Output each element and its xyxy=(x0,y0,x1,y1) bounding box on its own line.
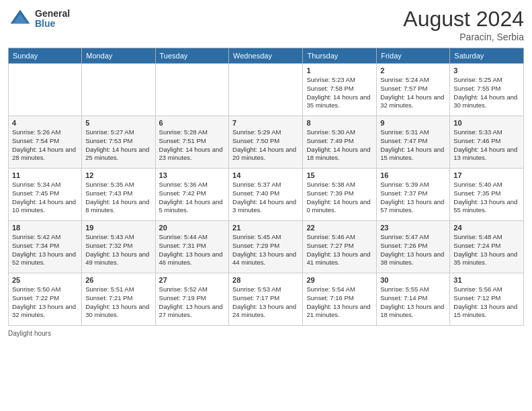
day-info: Sunrise: 5:55 AM Sunset: 7:14 PM Dayligh… xyxy=(380,285,446,320)
day-info: Sunrise: 5:45 AM Sunset: 7:29 PM Dayligh… xyxy=(232,233,299,267)
calendar-cell: 4Sunrise: 5:26 AM Sunset: 7:54 PM Daylig… xyxy=(9,116,82,169)
day-number: 26 xyxy=(85,276,151,284)
day-info: Sunrise: 5:43 AM Sunset: 7:32 PM Dayligh… xyxy=(85,233,151,267)
day-number: 3 xyxy=(453,66,520,75)
day-number: 15 xyxy=(306,171,373,179)
calendar-cell: 24Sunrise: 5:48 AM Sunset: 7:24 PM Dayli… xyxy=(450,221,524,273)
calendar-cell: 23Sunrise: 5:47 AM Sunset: 7:26 PM Dayli… xyxy=(377,221,450,273)
day-number: 25 xyxy=(12,276,78,284)
calendar-table: SundayMondayTuesdayWednesdayThursdayFrid… xyxy=(8,48,524,326)
header: General Blue August 2024 Paracin, Serbia xyxy=(8,7,524,42)
calendar-cell: 27Sunrise: 5:52 AM Sunset: 7:19 PM Dayli… xyxy=(155,273,228,326)
day-info: Sunrise: 5:42 AM Sunset: 7:34 PM Dayligh… xyxy=(12,233,78,267)
day-info: Sunrise: 5:44 AM Sunset: 7:31 PM Dayligh… xyxy=(159,233,225,267)
day-number: 7 xyxy=(232,119,299,127)
calendar-cell xyxy=(229,64,303,116)
calendar-week-row: 25Sunrise: 5:50 AM Sunset: 7:22 PM Dayli… xyxy=(9,273,524,326)
day-number: 8 xyxy=(306,119,373,127)
col-header-friday: Friday xyxy=(377,48,450,64)
col-header-wednesday: Wednesday xyxy=(229,48,303,64)
calendar-week-row: 18Sunrise: 5:42 AM Sunset: 7:34 PM Dayli… xyxy=(9,221,524,273)
day-number: 12 xyxy=(85,171,151,179)
day-number: 30 xyxy=(380,276,446,284)
col-header-saturday: Saturday xyxy=(450,48,524,64)
page-container: General Blue August 2024 Paracin, Serbia… xyxy=(0,0,532,411)
day-number: 24 xyxy=(453,224,520,232)
calendar-cell: 14Sunrise: 5:37 AM Sunset: 7:40 PM Dayli… xyxy=(229,169,303,221)
day-number: 10 xyxy=(453,119,520,127)
day-info: Sunrise: 5:25 AM Sunset: 7:55 PM Dayligh… xyxy=(453,76,520,110)
day-number: 23 xyxy=(380,224,446,232)
calendar-cell: 25Sunrise: 5:50 AM Sunset: 7:22 PM Dayli… xyxy=(9,273,82,326)
calendar-cell: 29Sunrise: 5:54 AM Sunset: 7:16 PM Dayli… xyxy=(303,273,377,326)
title-block: August 2024 Paracin, Serbia xyxy=(403,7,524,42)
calendar-cell xyxy=(9,64,82,116)
calendar-cell: 17Sunrise: 5:40 AM Sunset: 7:35 PM Dayli… xyxy=(450,169,524,221)
day-number: 27 xyxy=(159,276,225,284)
logo-general: General xyxy=(35,9,70,19)
day-info: Sunrise: 5:37 AM Sunset: 7:40 PM Dayligh… xyxy=(232,181,299,215)
logo-blue: Blue xyxy=(35,19,70,29)
day-info: Sunrise: 5:33 AM Sunset: 7:46 PM Dayligh… xyxy=(453,128,520,163)
calendar-cell: 30Sunrise: 5:55 AM Sunset: 7:14 PM Dayli… xyxy=(377,273,450,326)
col-header-sunday: Sunday xyxy=(9,48,82,64)
day-info: Sunrise: 5:46 AM Sunset: 7:27 PM Dayligh… xyxy=(306,233,373,267)
day-number: 1 xyxy=(306,66,373,75)
day-info: Sunrise: 5:35 AM Sunset: 7:43 PM Dayligh… xyxy=(85,181,151,215)
calendar-cell: 21Sunrise: 5:45 AM Sunset: 7:29 PM Dayli… xyxy=(229,221,303,273)
day-number: 28 xyxy=(232,276,299,284)
calendar-cell: 2Sunrise: 5:24 AM Sunset: 7:57 PM Daylig… xyxy=(377,64,450,116)
calendar-cell: 22Sunrise: 5:46 AM Sunset: 7:27 PM Dayli… xyxy=(303,221,377,273)
day-number: 6 xyxy=(159,119,225,127)
calendar-cell: 6Sunrise: 5:28 AM Sunset: 7:51 PM Daylig… xyxy=(155,116,228,169)
day-info: Sunrise: 5:40 AM Sunset: 7:35 PM Dayligh… xyxy=(453,181,520,215)
day-number: 17 xyxy=(453,171,520,179)
calendar-cell: 26Sunrise: 5:51 AM Sunset: 7:21 PM Dayli… xyxy=(82,273,155,326)
footer-note: Daylight hours xyxy=(8,330,524,337)
calendar-cell: 11Sunrise: 5:34 AM Sunset: 7:45 PM Dayli… xyxy=(9,169,82,221)
day-number: 4 xyxy=(12,119,78,127)
day-number: 18 xyxy=(12,224,78,232)
calendar-cell: 10Sunrise: 5:33 AM Sunset: 7:46 PM Dayli… xyxy=(450,116,524,169)
day-number: 5 xyxy=(85,119,151,127)
day-info: Sunrise: 5:26 AM Sunset: 7:54 PM Dayligh… xyxy=(12,128,78,163)
calendar-cell: 31Sunrise: 5:56 AM Sunset: 7:12 PM Dayli… xyxy=(450,273,524,326)
day-info: Sunrise: 5:47 AM Sunset: 7:26 PM Dayligh… xyxy=(380,233,446,267)
location: Paracin, Serbia xyxy=(403,32,524,42)
day-info: Sunrise: 5:28 AM Sunset: 7:51 PM Dayligh… xyxy=(159,128,225,163)
calendar-cell: 18Sunrise: 5:42 AM Sunset: 7:34 PM Dayli… xyxy=(9,221,82,273)
day-info: Sunrise: 5:39 AM Sunset: 7:37 PM Dayligh… xyxy=(380,181,446,215)
day-info: Sunrise: 5:30 AM Sunset: 7:49 PM Dayligh… xyxy=(306,128,373,163)
day-info: Sunrise: 5:54 AM Sunset: 7:16 PM Dayligh… xyxy=(306,285,373,320)
day-number: 14 xyxy=(232,171,299,179)
day-number: 19 xyxy=(85,224,151,232)
col-header-tuesday: Tuesday xyxy=(155,48,228,64)
day-number: 2 xyxy=(380,66,446,75)
day-number: 20 xyxy=(159,224,225,232)
day-info: Sunrise: 5:34 AM Sunset: 7:45 PM Dayligh… xyxy=(12,181,78,215)
calendar-week-row: 11Sunrise: 5:34 AM Sunset: 7:45 PM Dayli… xyxy=(9,169,524,221)
day-info: Sunrise: 5:53 AM Sunset: 7:17 PM Dayligh… xyxy=(232,285,299,320)
calendar-cell: 3Sunrise: 5:25 AM Sunset: 7:55 PM Daylig… xyxy=(450,64,524,116)
calendar-cell: 5Sunrise: 5:27 AM Sunset: 7:53 PM Daylig… xyxy=(82,116,155,169)
calendar-cell: 9Sunrise: 5:31 AM Sunset: 7:47 PM Daylig… xyxy=(377,116,450,169)
day-info: Sunrise: 5:56 AM Sunset: 7:12 PM Dayligh… xyxy=(453,285,520,320)
day-number: 9 xyxy=(380,119,446,127)
day-number: 22 xyxy=(306,224,373,232)
day-info: Sunrise: 5:24 AM Sunset: 7:57 PM Dayligh… xyxy=(380,76,446,110)
day-number: 16 xyxy=(380,171,446,179)
calendar-cell xyxy=(155,64,228,116)
day-info: Sunrise: 5:27 AM Sunset: 7:53 PM Dayligh… xyxy=(85,128,151,163)
calendar-week-row: 4Sunrise: 5:26 AM Sunset: 7:54 PM Daylig… xyxy=(9,116,524,169)
day-info: Sunrise: 5:36 AM Sunset: 7:42 PM Dayligh… xyxy=(159,181,225,215)
day-number: 31 xyxy=(453,276,520,284)
calendar-cell xyxy=(82,64,155,116)
day-info: Sunrise: 5:23 AM Sunset: 7:58 PM Dayligh… xyxy=(306,76,373,110)
calendar-cell: 28Sunrise: 5:53 AM Sunset: 7:17 PM Dayli… xyxy=(229,273,303,326)
day-info: Sunrise: 5:48 AM Sunset: 7:24 PM Dayligh… xyxy=(453,233,520,267)
day-info: Sunrise: 5:31 AM Sunset: 7:47 PM Dayligh… xyxy=(380,128,446,163)
month-year: August 2024 xyxy=(403,7,524,32)
day-info: Sunrise: 5:29 AM Sunset: 7:50 PM Dayligh… xyxy=(232,128,299,163)
calendar-cell: 13Sunrise: 5:36 AM Sunset: 7:42 PM Dayli… xyxy=(155,169,228,221)
calendar-cell: 12Sunrise: 5:35 AM Sunset: 7:43 PM Dayli… xyxy=(82,169,155,221)
